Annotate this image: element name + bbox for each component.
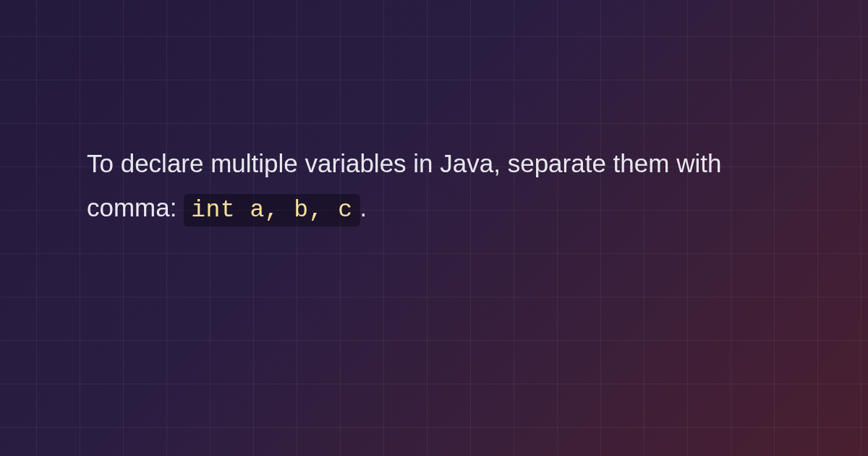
description-text-after: . bbox=[360, 193, 367, 221]
code-snippet: int a, b, c bbox=[184, 194, 359, 227]
description-text-before: To declare multiple variables in Java, s… bbox=[87, 149, 721, 221]
main-content: To declare multiple variables in Java, s… bbox=[0, 0, 868, 232]
